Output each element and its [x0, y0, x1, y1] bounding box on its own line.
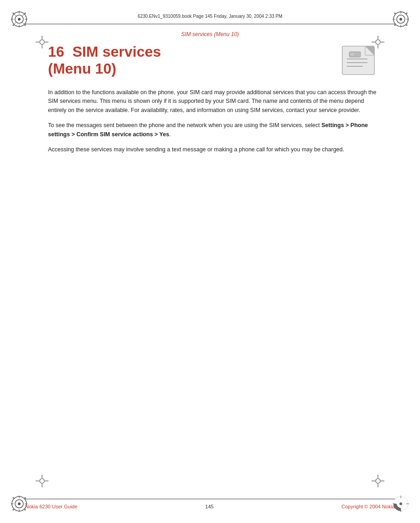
- svg-line-13: [14, 22, 16, 24]
- paragraph-2: To see the messages sent between the pho…: [48, 121, 381, 139]
- svg-point-43: [399, 502, 402, 505]
- svg-point-18: [25, 25, 26, 26]
- svg-point-15: [13, 13, 14, 14]
- svg-point-9: [19, 26, 20, 27]
- content-area: 16 SIM services(Menu 10): [48, 43, 381, 489]
- crosshair-top-left: [36, 36, 48, 48]
- footer-page-number: 145: [205, 504, 213, 509]
- svg-point-39: [13, 509, 14, 511]
- svg-point-29: [406, 25, 408, 26]
- section-header: SIM services (Menu 10): [25, 31, 395, 37]
- footer-right: Copyright © 2004 Nokia: [341, 504, 395, 509]
- corner-ornament-tl: [8, 8, 30, 30]
- svg-line-11: [14, 14, 16, 16]
- svg-point-21: [399, 18, 402, 21]
- svg-point-32: [18, 502, 21, 505]
- top-rule: [25, 24, 395, 24]
- svg-point-27: [406, 13, 408, 14]
- footer: Nokia 6230 User Guide 145 Copyright © 20…: [25, 504, 395, 509]
- chapter-title-row: 16 SIM services(Menu 10): [48, 43, 381, 78]
- paragraph-1: In addition to the functions available o…: [48, 88, 381, 115]
- footer-left: Nokia 6230 User Guide: [25, 504, 77, 509]
- svg-point-48: [40, 40, 44, 44]
- svg-point-10: [11, 19, 12, 20]
- svg-line-14: [22, 22, 24, 24]
- svg-point-28: [394, 25, 396, 26]
- svg-point-7: [19, 11, 20, 12]
- svg-point-17: [13, 25, 14, 26]
- sim-card-icon: [340, 45, 381, 78]
- svg-point-2: [18, 18, 21, 21]
- chapter-title: 16 SIM services(Menu 10): [48, 43, 331, 77]
- header-book-info: 6230.ENv1_9310059.book Page 145 Friday, …: [25, 14, 395, 19]
- paragraph-3: Accessing these services may involve sen…: [48, 145, 381, 154]
- svg-point-8: [26, 19, 27, 20]
- bottom-rule: [25, 499, 395, 499]
- corner-ornament-tr: [390, 8, 412, 30]
- svg-line-12: [22, 14, 24, 16]
- svg-rect-74: [351, 53, 354, 56]
- section-title: SIM services (Menu 10): [181, 31, 239, 37]
- crosshair-bottom-left: [36, 475, 48, 487]
- svg-point-37: [13, 497, 14, 499]
- svg-point-58: [40, 479, 44, 483]
